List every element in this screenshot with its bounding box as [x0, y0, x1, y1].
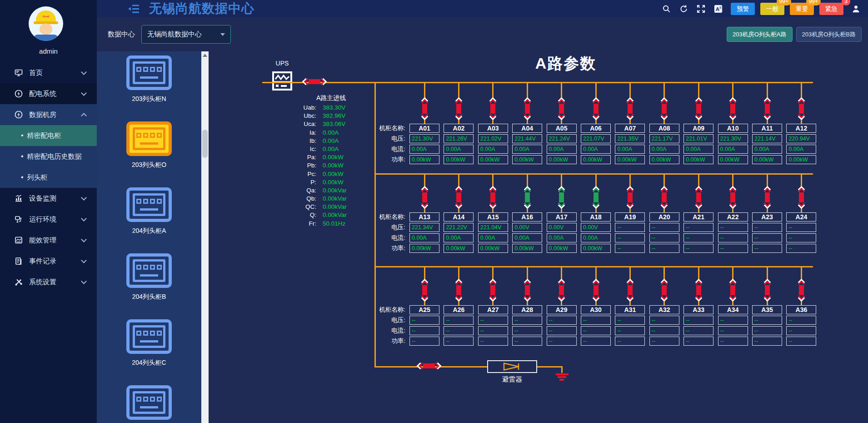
cabinet-table: A30------: [581, 305, 611, 346]
branch-line: [527, 120, 528, 124]
current-value: 0.00A: [786, 145, 816, 154]
branch-line: [561, 120, 562, 124]
sidebar-item-energy[interactable]: 能效管理: [0, 230, 97, 251]
scrollbar[interactable]: [201, 51, 209, 423]
row-label: 电流:: [336, 326, 405, 335]
sidebar-item-home[interactable]: 首页: [0, 62, 97, 83]
scroll-up-icon[interactable]: [203, 54, 207, 57]
branch-line: [492, 302, 494, 305]
branch-line: [527, 173, 528, 186]
voltage-value: --: [444, 316, 474, 325]
sidebar-item-precision-history[interactable]: •精密配电历史数据: [0, 146, 97, 167]
branch-line: [424, 173, 425, 186]
branch-line: [801, 82, 802, 97]
translate-icon[interactable]: A文: [713, 4, 723, 14]
current-value: 0.00A: [649, 145, 679, 154]
chevron-down-icon: [81, 69, 87, 75]
user-icon[interactable]: [851, 4, 861, 14]
cabinet-branch: A03221.02V0.00A0.00kW: [476, 82, 510, 164]
sidebar-item-label: 精密配电历史数据: [27, 152, 82, 161]
power-value: --: [615, 337, 645, 346]
cabinet-table: A28------: [512, 305, 542, 346]
cabinet-name: A09: [683, 124, 713, 133]
datacenter-select[interactable]: 无锡尚航数据中心: [141, 25, 231, 44]
branch-line: [663, 120, 665, 124]
branch-line: [527, 302, 528, 305]
breaker-icon: [490, 186, 495, 209]
refresh-icon[interactable]: [679, 4, 688, 14]
branch-line: [663, 173, 665, 186]
cabinet-table: A180.00V0.00A0.00kW: [581, 212, 611, 253]
row-label: 电压:: [336, 134, 405, 143]
voltage-value: 0.00V: [581, 223, 611, 232]
cabinet-table: A01221.30V0.00A0.00kW: [409, 124, 439, 164]
current-value: 0.00A: [581, 145, 611, 154]
menu-toggle-icon[interactable]: [128, 4, 140, 14]
chevron-up-icon: [81, 113, 87, 119]
sidebar-item-row-cabinet[interactable]: •列头柜: [0, 167, 97, 188]
cabinet-branch: A22------: [716, 173, 750, 253]
power-value: 0.00kW: [649, 155, 679, 164]
cabinet-list-item[interactable]: 204列头柜B: [126, 253, 172, 301]
cabinet-branch: A20------: [648, 173, 681, 253]
breaker-icon: [765, 279, 770, 302]
chevron-down-icon: [81, 195, 87, 201]
settings-icon: [14, 277, 23, 287]
home-icon: [14, 68, 23, 77]
cabinet-name: A15: [478, 212, 508, 222]
breaker-icon: [696, 279, 701, 302]
branch-line: [698, 302, 699, 305]
branch-line: [767, 82, 768, 97]
cabinet-name: A31: [615, 305, 645, 314]
sidebar-item-precision-cabinet[interactable]: •精密配电柜: [0, 125, 97, 146]
route-a-button[interactable]: 203机房O列头柜A路: [727, 27, 792, 42]
arrester-label: 避雷器: [487, 375, 537, 384]
branch-line: [424, 82, 425, 97]
cabinet-list-item[interactable]: [126, 385, 172, 420]
search-icon[interactable]: [662, 4, 671, 14]
voltage-value: --: [512, 316, 542, 325]
cabinet-name: A12: [786, 124, 816, 133]
cabinet-name: A13: [409, 212, 439, 222]
alarm-button[interactable]: 紧急: [819, 3, 843, 15]
cabinet-table: A06221.07V0.00A0.00kW: [581, 124, 611, 164]
current-value: --: [718, 326, 748, 335]
row-label: 电压:: [336, 223, 405, 232]
sidebar-item-settings[interactable]: 系统设置: [0, 272, 97, 292]
cabinet-list-item[interactable]: 204列头柜A: [126, 187, 172, 235]
cabinet-icon: [126, 55, 172, 90]
cabinet-list-item[interactable]: 203列头柜N: [126, 55, 172, 103]
cabinet-name-label: 204列头柜C: [126, 359, 172, 367]
sidebar-item-events[interactable]: 事件记录: [0, 251, 97, 272]
cabinet-name: A35: [752, 305, 782, 314]
breaker-icon: [765, 97, 770, 120]
scrollbar-thumb[interactable]: [202, 130, 208, 158]
cabinet-table: A13221.34V0.00A0.00kW: [409, 212, 439, 253]
power-value: 0.00kW: [615, 155, 645, 164]
current-value: 0.00A: [512, 145, 542, 154]
cabinet-name: A03: [478, 124, 508, 133]
voltage-value: --: [581, 316, 611, 325]
alarm-badge: 99+: [806, 0, 821, 5]
current-value: --: [683, 326, 713, 335]
cabinet-table: A09221.01V0.00A0.00kW: [683, 124, 713, 164]
fullscreen-icon[interactable]: [696, 4, 706, 14]
avatar[interactable]: Acrel: [29, 6, 63, 41]
power-value: --: [683, 337, 713, 346]
voltage-value: --: [718, 316, 748, 325]
cabinet-list-item[interactable]: 203列头柜O: [126, 121, 172, 169]
cabinet-table: A15221.04V0.00A0.00kW: [478, 212, 508, 253]
voltage-value: --: [683, 223, 713, 232]
current-value: --: [718, 233, 748, 242]
cabinet-name-label: 203列头柜O: [126, 161, 172, 169]
sidebar-item-power-system[interactable]: 配电系统: [0, 83, 97, 104]
branch-line: [561, 82, 562, 97]
sidebar-item-environment[interactable]: 运行环境: [0, 209, 97, 230]
sidebar-item-data-room[interactable]: 数据机房: [0, 104, 97, 125]
sidebar-item-device-monitor[interactable]: 设备监测: [0, 188, 97, 209]
cabinet-list-item[interactable]: 204列头柜C: [126, 319, 172, 367]
cabinet-table: A35------: [752, 305, 782, 346]
alarm-button[interactable]: 预警: [731, 3, 755, 15]
cabinet-branch: A28------: [510, 266, 544, 346]
route-b-button[interactable]: 203机房O列头柜B路: [796, 27, 862, 42]
